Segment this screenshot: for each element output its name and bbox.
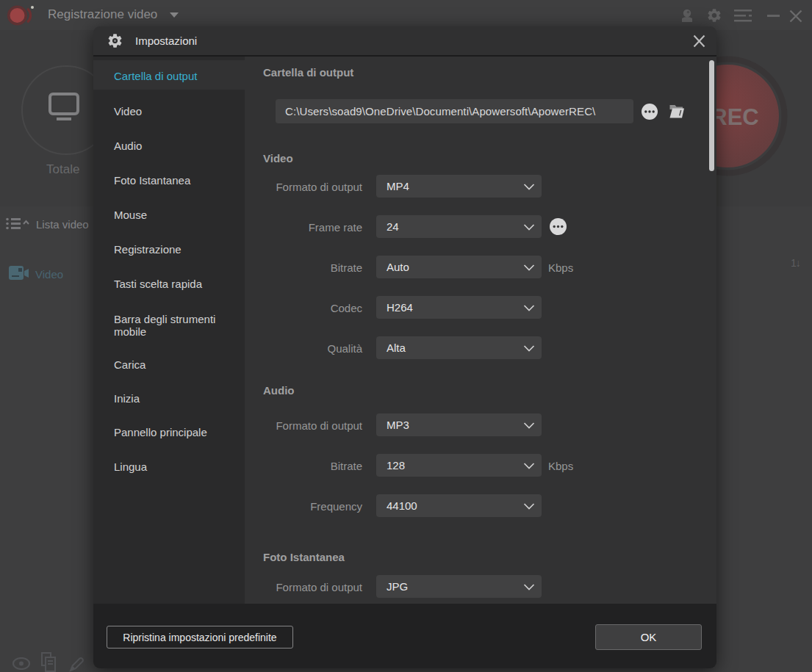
svg-text:REC: REC [711, 104, 758, 130]
